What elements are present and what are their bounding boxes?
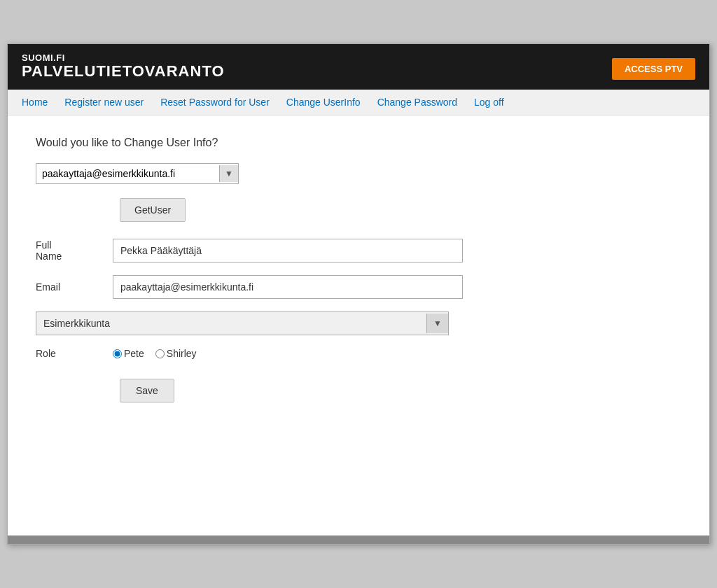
role-label: Role — [36, 348, 99, 359]
footer-bar — [8, 536, 709, 544]
org-select[interactable]: Esimerkkikunta — [36, 312, 426, 335]
nav-log-off[interactable]: Log off — [474, 97, 504, 108]
role-shirley-option[interactable]: Shirley — [155, 348, 197, 359]
nav-change-userinfo[interactable]: Change UserInfo — [286, 97, 361, 108]
nav-reset-password-for-user[interactable]: Reset Password for User — [160, 97, 270, 108]
app-window: SUOMI.FI PALVELUTIETOVARANTO ACCESS PTV … — [7, 43, 710, 545]
full-name-input[interactable] — [113, 239, 463, 262]
full-name-label: FullName — [36, 239, 99, 262]
user-select-row: paakayttaja@esimerkkikunta.fi ▼ — [36, 163, 681, 184]
save-button[interactable]: Save — [120, 379, 174, 402]
header: SUOMI.FI PALVELUTIETOVARANTO ACCESS PTV — [8, 44, 709, 90]
email-input[interactable] — [113, 275, 463, 299]
user-select-arrow-icon[interactable]: ▼ — [219, 165, 238, 182]
org-select-wrapper: Esimerkkikunta ▼ — [36, 312, 449, 335]
email-row: Email — [36, 275, 681, 299]
role-shirley-label: Shirley — [167, 348, 197, 359]
main-content: Would you like to Change User Info? paak… — [8, 115, 709, 536]
full-name-row: FullName — [36, 239, 681, 262]
getuser-button[interactable]: GetUser — [120, 198, 186, 222]
page-question: Would you like to Change User Info? — [36, 136, 681, 149]
role-shirley-radio[interactable] — [155, 349, 165, 358]
role-pete-radio[interactable] — [113, 349, 122, 358]
logo-top: SUOMI.FI — [22, 52, 225, 63]
access-ptv-button[interactable]: ACCESS PTV — [612, 58, 695, 80]
nav-change-password[interactable]: Change Password — [377, 97, 457, 108]
user-select-wrapper: paakayttaja@esimerkkikunta.fi ▼ — [36, 163, 239, 184]
role-pete-option[interactable]: Pete — [113, 348, 144, 359]
role-row: Role Pete Shirley — [36, 348, 681, 359]
nav-home[interactable]: Home — [22, 97, 48, 108]
role-options: Pete Shirley — [113, 348, 197, 359]
user-select[interactable]: paakayttaja@esimerkkikunta.fi — [36, 164, 219, 183]
logo: SUOMI.FI PALVELUTIETOVARANTO — [22, 52, 225, 80]
role-pete-label: Pete — [124, 348, 144, 359]
org-select-arrow-icon[interactable]: ▼ — [426, 314, 448, 333]
nav-bar: Home Register new user Reset Password fo… — [8, 90, 709, 115]
email-label: Email — [36, 281, 99, 293]
logo-bottom: PALVELUTIETOVARANTO — [22, 63, 225, 80]
nav-register-new-user[interactable]: Register new user — [64, 97, 144, 108]
